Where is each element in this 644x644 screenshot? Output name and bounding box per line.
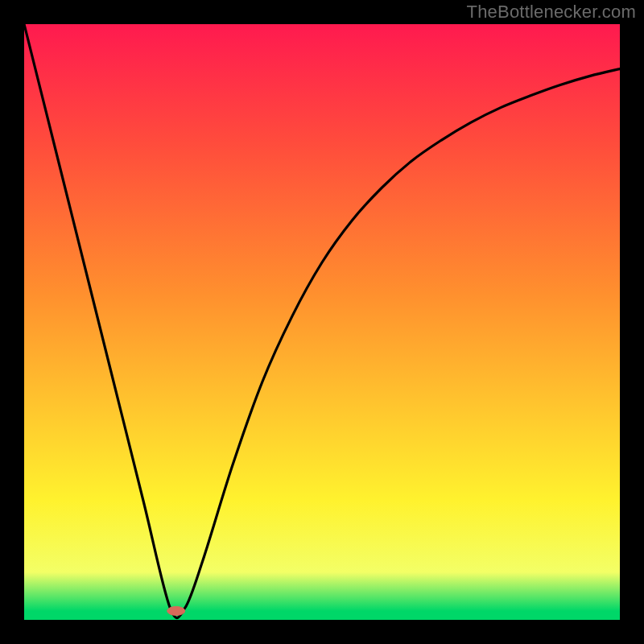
plot-area xyxy=(24,24,620,620)
optimal-point-marker xyxy=(167,606,185,615)
bottleneck-chart xyxy=(24,24,620,620)
chart-frame: TheBottlenecker.com xyxy=(0,0,644,644)
watermark-text: TheBottlenecker.com xyxy=(467,2,636,23)
gradient-background xyxy=(24,24,620,620)
